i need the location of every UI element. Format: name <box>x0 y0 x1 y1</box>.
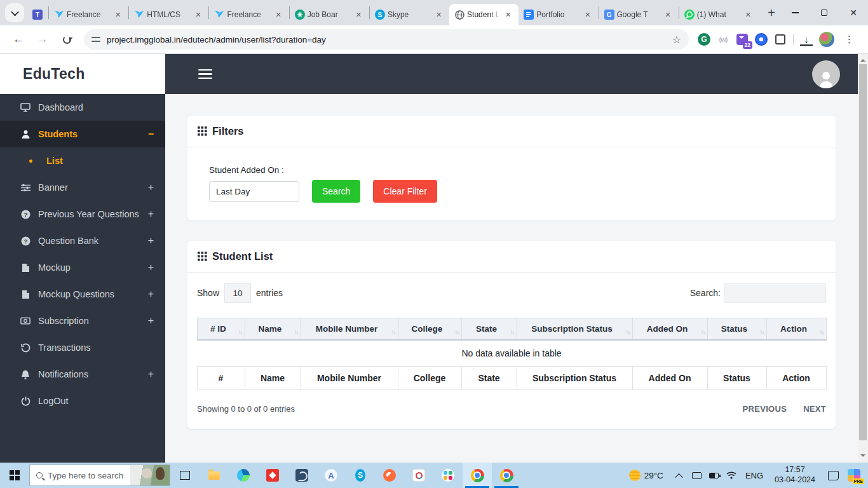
chrome-button-active[interactable] <box>463 463 492 488</box>
close-window-button[interactable]: ✕ <box>839 0 868 25</box>
column-header-id[interactable]: # ID↑↓ <box>197 318 245 341</box>
a-app-button[interactable]: A <box>316 463 346 488</box>
weather-widget[interactable]: 29°C <box>623 470 670 481</box>
snipping-tool-button[interactable] <box>404 463 433 488</box>
task-view-button[interactable] <box>170 463 200 488</box>
sidebar-item-subscription[interactable]: Subscription + <box>0 308 165 334</box>
tab-freelancer-1[interactable]: Freelance ✕ <box>49 4 128 25</box>
hamburger-menu-icon[interactable] <box>198 67 212 82</box>
blue-extension-icon[interactable] <box>755 33 768 46</box>
clock[interactable]: 17:57 03-04-2024 <box>775 465 815 485</box>
sidebar-item-previous-year-questions[interactable]: ? Previous Year Questions + <box>0 201 165 227</box>
scroll-down-arrow-icon[interactable] <box>860 454 865 459</box>
expand-icon[interactable]: + <box>148 369 154 380</box>
close-icon[interactable]: ✕ <box>193 10 203 20</box>
tab-student-active[interactable]: Student L ✕ <box>449 4 519 25</box>
address-bar[interactable]: project.imgglobal.in/edutech/admin/user/… <box>84 29 689 50</box>
close-icon[interactable]: ✕ <box>743 10 754 20</box>
column-header-state[interactable]: State↑↓ <box>461 318 517 341</box>
column-header-subscription-status[interactable]: Subscription Status↑↓ <box>517 318 632 341</box>
column-header-name[interactable]: Name↑↓ <box>245 318 301 341</box>
pgadmin-button[interactable] <box>287 463 316 488</box>
forward-button[interactable]: → <box>33 30 52 49</box>
collapse-icon[interactable]: − <box>148 128 154 140</box>
page-scrollbar[interactable] <box>858 54 868 463</box>
entries-select[interactable] <box>224 283 251 302</box>
back-button[interactable]: ← <box>9 30 28 49</box>
expand-icon[interactable]: + <box>148 262 154 273</box>
cast-tray-button[interactable] <box>692 472 702 479</box>
battery-tray-button[interactable] <box>709 473 719 478</box>
tab-freelancer-2[interactable]: Freelance ✕ <box>209 4 288 25</box>
language-indicator[interactable]: ENG <box>745 471 763 480</box>
sidebar-item-students[interactable]: Students − <box>0 121 165 147</box>
new-tab-button[interactable]: + <box>763 4 780 22</box>
bookmark-star-icon[interactable]: ☆ <box>672 34 681 46</box>
scrollbar-thumb[interactable] <box>859 64 867 440</box>
wayback-icon[interactable]: (w) <box>717 33 729 46</box>
tab-portfolio[interactable]: Portfolio ✕ <box>519 4 598 25</box>
expand-icon[interactable]: + <box>148 315 154 327</box>
previous-page-button[interactable]: PREVIOUS <box>743 404 787 414</box>
tray-expand-icon[interactable] <box>675 473 683 481</box>
taskbar-search[interactable]: Type here to search <box>29 464 170 486</box>
sidebar-item-mockup[interactable]: Mockup + <box>0 254 165 281</box>
minimize-button[interactable] <box>780 0 810 25</box>
notification-center-icon[interactable] <box>828 471 839 480</box>
red-app-button[interactable] <box>258 463 287 488</box>
browser-profile-avatar[interactable] <box>819 32 834 47</box>
search-button[interactable]: Search <box>312 180 360 203</box>
extensions-puzzle-icon[interactable] <box>774 33 787 46</box>
chrome-button-2[interactable] <box>492 463 521 488</box>
file-explorer-button[interactable] <box>200 463 229 488</box>
column-header-mobile[interactable]: Mobile Number↑↓ <box>301 318 398 341</box>
sidebar-item-notifications[interactable]: Notifications + <box>0 361 165 388</box>
expand-icon[interactable]: + <box>148 208 154 220</box>
start-button[interactable] <box>0 463 29 488</box>
sidebar-item-mockup-questions[interactable]: Mockup Questions + <box>0 281 165 308</box>
user-avatar[interactable] <box>812 60 840 88</box>
tab-teams-pinned[interactable]: T <box>27 4 48 25</box>
tab-search-button[interactable] <box>5 3 24 22</box>
sidebar-item-banner[interactable]: Banner + <box>0 174 165 201</box>
skype-app-button[interactable]: S <box>346 463 375 488</box>
close-icon[interactable]: ✕ <box>663 10 674 20</box>
sidebar-item-question-bank[interactable]: ? Question Bank + <box>0 227 165 254</box>
sidebar-item-logout[interactable]: LogOut <box>0 388 165 414</box>
tab-google-translate[interactable]: G Google T ✕ <box>599 4 679 25</box>
tab-job-board[interactable]: ✳ Job Boar ✕ <box>290 4 369 25</box>
tab-htmlcs[interactable]: HTML/CS ✕ <box>129 4 208 25</box>
next-page-button[interactable]: NEXT <box>803 404 826 414</box>
maximize-button[interactable] <box>810 0 839 25</box>
url-text[interactable]: project.imgglobal.in/edutech/admin/user/… <box>107 35 672 44</box>
reload-button[interactable] <box>57 30 76 49</box>
expand-icon[interactable]: + <box>148 182 154 193</box>
search-highlight-image[interactable] <box>130 464 170 486</box>
close-icon[interactable]: ✕ <box>582 10 593 20</box>
sidebar-item-list[interactable]: List <box>0 147 165 174</box>
close-icon[interactable]: ✕ <box>353 10 364 20</box>
table-search-input[interactable] <box>724 283 826 302</box>
scroll-up-arrow-icon[interactable] <box>860 57 865 62</box>
tab-whatsapp[interactable]: (1) What ✕ <box>679 4 759 25</box>
sidebar-item-dashboard[interactable]: Dashboard <box>0 94 165 121</box>
column-header-status[interactable]: Status↑↓ <box>707 318 766 341</box>
edge-button[interactable] <box>229 463 258 488</box>
slack-button[interactable] <box>433 463 463 488</box>
browser-menu-icon[interactable]: ⋮ <box>841 34 858 45</box>
downloads-icon[interactable]: ↓ <box>800 33 813 46</box>
expand-icon[interactable]: + <box>148 235 154 247</box>
clear-filter-button[interactable]: Clear Filter <box>373 180 437 203</box>
wifi-tray-button[interactable] <box>726 471 736 479</box>
close-icon[interactable]: ✕ <box>503 10 513 20</box>
close-icon[interactable]: ✕ <box>112 10 123 20</box>
expand-icon[interactable]: + <box>148 288 154 300</box>
close-icon[interactable]: ✕ <box>273 10 283 20</box>
column-header-college[interactable]: College↑↓ <box>398 318 461 341</box>
extension-badge-icon[interactable]: 22 <box>736 33 749 46</box>
sidebar-item-transactions[interactable]: Transactions <box>0 334 165 361</box>
grammarly-icon[interactable]: G <box>698 33 710 46</box>
column-header-action[interactable]: Action↑↓ <box>766 318 826 341</box>
close-icon[interactable]: ✕ <box>433 10 444 20</box>
column-header-added-on[interactable]: Added On↑↓ <box>632 318 707 341</box>
